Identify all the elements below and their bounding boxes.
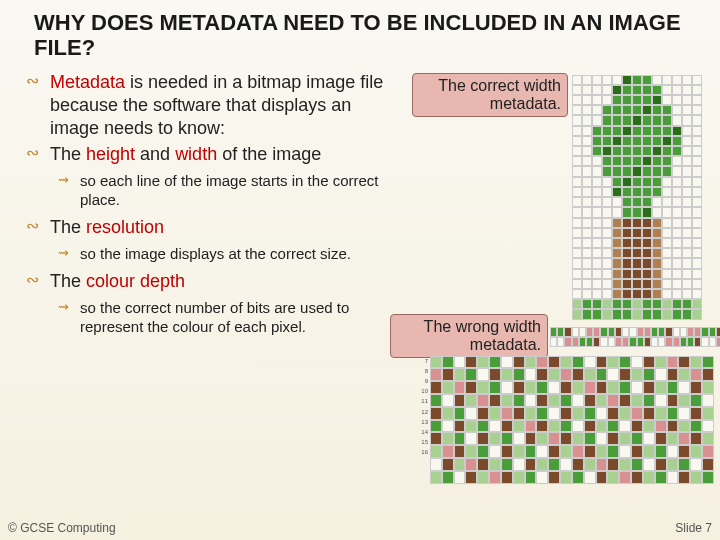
bullet-2-height: height <box>86 144 135 164</box>
bitmap-wrong-top <box>550 327 720 347</box>
bitmap-correct <box>572 75 702 320</box>
bullet-2-width: width <box>175 144 217 164</box>
footer: © GCSE Computing Slide 7 <box>8 521 712 535</box>
bullet-2: The height and width of the image so eac… <box>20 143 390 210</box>
content-area: Metadata is needed in a bitmap image fil… <box>0 71 720 343</box>
bullet-3: The resolution so the image displays at … <box>20 216 390 264</box>
bullet-1: Metadata is needed in a bitmap image fil… <box>20 71 390 141</box>
bullet-2-mid: and <box>135 144 175 164</box>
bullet-3-keyword: resolution <box>86 217 164 237</box>
row-numbers: 78910111213141516 <box>418 356 428 458</box>
bullet-4: The colour depth so the correct number o… <box>20 270 390 337</box>
footer-copyright: © GCSE Computing <box>8 521 116 535</box>
callout-wrong-width: The wrong width metadata. <box>390 314 548 359</box>
bullet-3-sub: so the image displays at the correct siz… <box>50 245 390 264</box>
bullet-1-keyword: Metadata <box>50 72 125 92</box>
bullet-3-pre: The <box>50 217 86 237</box>
footer-slide-number: Slide 7 <box>675 521 712 535</box>
bullet-2-sub: so each line of the image starts in the … <box>50 172 390 210</box>
bitmap-wrong-bottom <box>430 356 714 484</box>
illustration-column: The correct width metadata. The wrong wi… <box>390 71 710 343</box>
bullet-column: Metadata is needed in a bitmap image fil… <box>20 71 390 343</box>
callout-correct-width: The correct width metadata. <box>412 73 568 118</box>
bullet-2-pre: The <box>50 144 86 164</box>
bullet-2-rest: of the image <box>217 144 321 164</box>
bullet-4-sub: so the correct number of bits are used t… <box>50 299 390 337</box>
bullet-4-pre: The <box>50 271 86 291</box>
bullet-4-keyword: colour depth <box>86 271 185 291</box>
slide-title: WHY DOES METADATA NEED TO BE INCLUDED IN… <box>0 0 720 71</box>
